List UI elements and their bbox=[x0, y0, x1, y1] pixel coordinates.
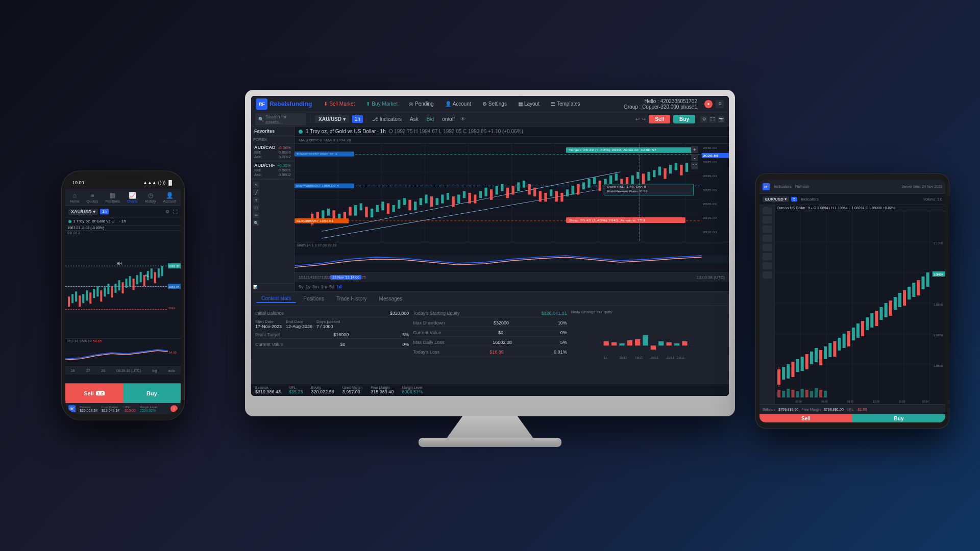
phone-nav-positions[interactable]: ▦ Positions bbox=[106, 192, 120, 203]
aud-cad-symbol[interactable]: AUD/CAD -0.06% Bid:0.8986 Ask:0.8987 bbox=[251, 143, 294, 161]
tablet-sell-button[interactable]: Sell bbox=[760, 414, 852, 422]
phone-symbol-tag[interactable]: XAU/USD ▾ bbox=[68, 209, 98, 215]
phone-symbol-bar: XAU/USD ▾ 1h ⚙ ⛶ bbox=[65, 206, 181, 217]
start-date-col: Start Date 17-Nov-2023 bbox=[255, 319, 282, 329]
sell-button[interactable]: Sell bbox=[649, 115, 670, 123]
tablet-tool-cross[interactable] bbox=[763, 262, 772, 269]
trade-history-tab[interactable]: Trade History bbox=[331, 295, 372, 303]
equity-item: Equity 320,022.56 bbox=[311, 386, 334, 394]
symbol-tag[interactable]: XAU/USD ▾ bbox=[315, 115, 349, 123]
zoom-in-button[interactable]: + bbox=[691, 146, 698, 153]
timeframe-1h[interactable]: 1h bbox=[352, 115, 363, 123]
end-date-col: End Date 12-Aug-2026 bbox=[286, 319, 312, 329]
svg-rect-130 bbox=[682, 341, 687, 345]
svg-rect-90 bbox=[680, 165, 682, 176]
fit-screen-button[interactable]: ⛶ bbox=[691, 162, 698, 169]
pending-button[interactable]: ◎Pending bbox=[405, 99, 437, 108]
timeframe-row: 5y 1y 3m 1m 5d 1d bbox=[295, 282, 729, 292]
phone-sell-button[interactable]: Sell 1 2 bbox=[65, 383, 123, 403]
tablet-symbol-tag[interactable]: EUR/USD ▾ bbox=[763, 196, 789, 202]
account-button[interactable]: 👤Account bbox=[442, 99, 475, 108]
sell-market-button[interactable]: ⬇Sell Market bbox=[320, 99, 358, 108]
tablet-tool-cursor[interactable] bbox=[763, 207, 772, 214]
svg-rect-83 bbox=[642, 173, 645, 184]
positions-tab[interactable]: Positions bbox=[298, 295, 329, 303]
tablet-tool-measure[interactable] bbox=[763, 271, 772, 279]
svg-rect-169 bbox=[158, 268, 160, 278]
contest-stats-tab[interactable]: Contest stats bbox=[256, 294, 296, 303]
phone-frame: 10:00 ▲▲▲ ((·)) ▐▌ ⌂ Home bbox=[61, 170, 185, 420]
phone-time: 10:00 bbox=[72, 180, 84, 185]
desktop-monitor: RF Rebelsfunding ⬇Sell Market ⬆Buy Marke… bbox=[245, 90, 735, 447]
phone-nav-account[interactable]: 👤 Account bbox=[163, 192, 176, 203]
tool-text[interactable]: T bbox=[253, 197, 259, 203]
tablet-tool-pencil[interactable] bbox=[763, 244, 772, 251]
phone-footer-notification[interactable]: ! bbox=[170, 405, 178, 412]
svg-rect-87 bbox=[664, 168, 666, 179]
phone-buy-button[interactable]: Buy bbox=[123, 383, 181, 403]
tablet-logo: RF bbox=[763, 183, 770, 190]
messages-tab[interactable]: Messages bbox=[374, 295, 408, 303]
chart-canvas[interactable]: Target: 26.22 (1.32%) 2922, Amount: 1280… bbox=[295, 144, 729, 242]
svg-rect-77 bbox=[609, 176, 612, 184]
tablet-indicators-button[interactable]: Indicators bbox=[801, 197, 819, 202]
fullscreen-icon[interactable]: ⛶ bbox=[709, 116, 716, 123]
tablet-tool-text[interactable] bbox=[763, 226, 772, 233]
svg-rect-207 bbox=[838, 338, 841, 350]
settings-button[interactable]: ⚙Settings bbox=[479, 99, 510, 108]
svg-rect-162 bbox=[133, 279, 135, 290]
search-box[interactable]: 🔍 Search for assets... bbox=[255, 113, 306, 126]
phone-screen: 10:00 ▲▲▲ ((·)) ▐▌ ⌂ Home bbox=[65, 177, 181, 414]
templates-button[interactable]: ☰Templates bbox=[547, 99, 584, 108]
tool-shapes[interactable]: □ bbox=[253, 205, 259, 211]
tablet-tool-zoom[interactable] bbox=[763, 253, 772, 260]
redo-icon[interactable]: ↪ bbox=[642, 116, 646, 122]
tool-pencil[interactable]: ✏ bbox=[253, 212, 259, 218]
svg-rect-208 bbox=[843, 334, 846, 348]
phone-chart-settings-icon[interactable]: ⚙ bbox=[165, 209, 169, 214]
tool-cursor[interactable]: ↖ bbox=[253, 182, 259, 188]
snapshot-icon[interactable]: 📷 bbox=[718, 116, 725, 123]
svg-rect-234 bbox=[810, 391, 813, 397]
svg-rect-125 bbox=[643, 335, 648, 346]
tool-line[interactable]: ╱ bbox=[253, 189, 259, 195]
svg-rect-235 bbox=[815, 388, 818, 397]
svg-rect-31 bbox=[360, 204, 362, 211]
svg-rect-238 bbox=[933, 211, 945, 404]
tablet-balance-value: $799,899.00 bbox=[778, 408, 798, 411]
phone-chart-title: 1 Troy oz. of Gold vs U... · 1h bbox=[73, 219, 126, 223]
svg-rect-69 bbox=[566, 189, 569, 196]
svg-rect-62 bbox=[528, 184, 530, 195]
notification-icon[interactable]: ● bbox=[704, 100, 713, 108]
settings-icon-sm[interactable]: ⚙ bbox=[716, 100, 724, 108]
svg-rect-203 bbox=[819, 350, 822, 365]
indicators-button[interactable]: ⎇ Indicators bbox=[370, 115, 404, 123]
undo-icon[interactable]: ↩ bbox=[635, 116, 640, 122]
phone-nav-quotes[interactable]: ≡ Quotes bbox=[87, 192, 99, 203]
svg-rect-164 bbox=[140, 272, 142, 282]
svg-text:2020.68: 2020.68 bbox=[703, 154, 719, 157]
buy-button[interactable]: Buy bbox=[673, 115, 695, 123]
phone-chart-zoom-icon[interactable]: ⛶ bbox=[173, 209, 178, 214]
chart-settings-icon[interactable]: ⚙ bbox=[700, 116, 707, 123]
tablet-tool-shape[interactable] bbox=[763, 235, 772, 242]
phone-timeframe-tag[interactable]: 1h bbox=[100, 209, 109, 214]
layout-button[interactable]: ▦Layout bbox=[514, 99, 543, 108]
on-off-toggle[interactable]: on/off bbox=[439, 115, 457, 123]
svg-text:15:00: 15:00 bbox=[899, 400, 905, 403]
phone-nav-history[interactable]: ◷ History bbox=[145, 192, 156, 203]
phone-nav-home[interactable]: ⌂ Home bbox=[70, 192, 80, 203]
tool-zoom[interactable]: 🔍 bbox=[253, 220, 259, 226]
eye-icon[interactable]: 👁 bbox=[460, 116, 465, 122]
svg-rect-195 bbox=[782, 367, 785, 380]
zoom-out-button[interactable]: - bbox=[691, 154, 698, 161]
tablet-timeframe-tag[interactable]: 5 bbox=[791, 197, 797, 202]
tablet-tool-line[interactable] bbox=[763, 216, 772, 223]
aud-chf-symbol[interactable]: AUD/CHF +0.05% Bid:0.5801 Ask:0.5802 bbox=[251, 161, 294, 179]
tablet-buy-button[interactable]: Buy bbox=[852, 414, 945, 422]
buy-market-button[interactable]: ⬆Buy Market bbox=[362, 99, 401, 108]
phone-brand-icon: RF bbox=[68, 405, 76, 412]
tablet-chart[interactable]: Euro vs US Dollar · 5 • O 1.08941 H 1.10… bbox=[775, 205, 945, 404]
svg-rect-220 bbox=[898, 293, 901, 307]
phone-nav-charts[interactable]: 📈 Charts bbox=[127, 192, 138, 203]
